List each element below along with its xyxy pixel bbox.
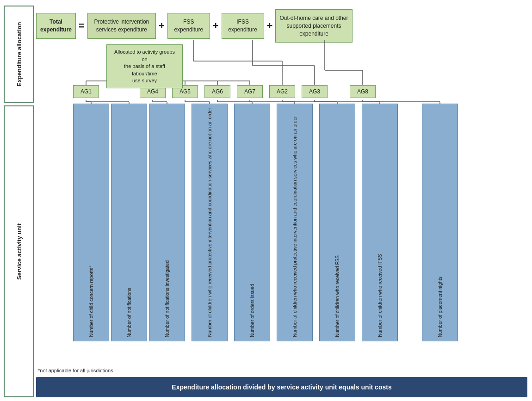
sau-label: Service activity unit [4,105,34,397]
protective-box: Protective interventionservices expendit… [87,13,156,39]
sau1: Number of child concern reports* [73,104,109,341]
sau5: Number of orders issued [234,104,270,341]
equation-row: Totalexpenditure = Protective interventi… [36,6,527,43]
total-box: Totalexpenditure [36,13,76,39]
plus2: + [211,20,221,32]
ag3: AG3 [302,85,328,98]
sau4: Number of children who received protecti… [192,104,228,341]
ag2: AG2 [269,85,295,98]
bottom-banner: Expenditure allocation divided by servic… [36,377,527,397]
fss-box: FSSexpenditure [167,13,210,39]
ag1: AG1 [73,85,99,98]
flowchart-body: Allocated to activity groups onthe basis… [36,43,527,365]
ifss-box: IFSSexpenditure [222,13,264,39]
sau2: Number of notifications [111,104,147,341]
sau3: Number of notifications investigated [149,104,185,341]
ag7: AG7 [237,85,263,98]
sau8: Number of children who received IFSS [362,104,398,341]
sau6: Number of children who received protecti… [277,104,313,341]
plus1: + [157,20,167,32]
sau7: Number of children who received FSS [319,104,355,341]
ag6: AG6 [204,85,230,98]
equals: = [77,20,87,32]
expenditure-label: Expenditure allocation [4,6,34,103]
footnote: *not applicable for all jurisdictions [36,368,527,373]
plus3: + [265,20,275,32]
allocated-box: Allocated to activity groups onthe basis… [106,44,183,88]
ag8: AG8 [350,85,376,98]
oohc-box: Out-of-home care and othersupported plac… [275,9,352,43]
sau-row: Number of child concern reports* Number … [73,104,458,341]
sau9: Number of placement nights [422,104,458,341]
